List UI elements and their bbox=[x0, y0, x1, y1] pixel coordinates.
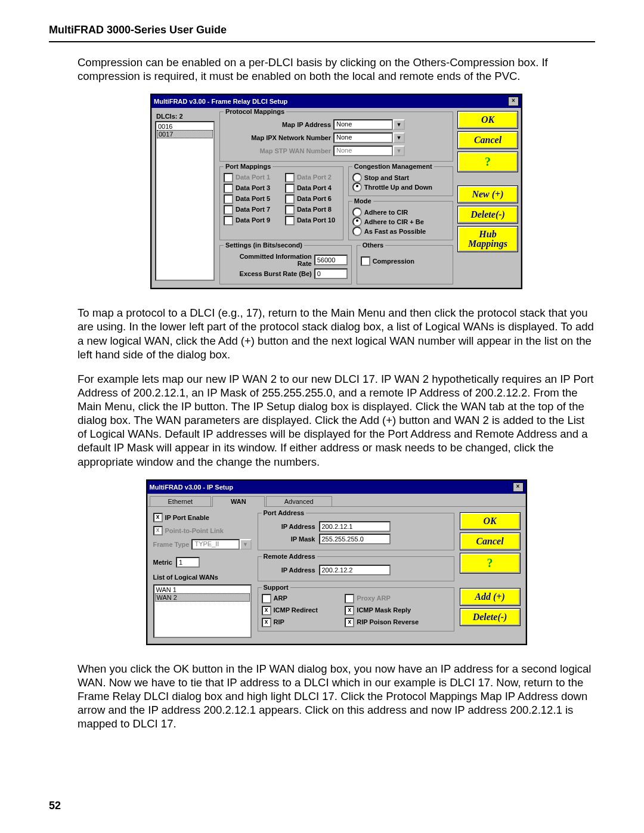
port-mappings-legend: Port Mappings bbox=[224, 163, 273, 170]
map-ipx-value: None bbox=[333, 132, 393, 143]
add-button[interactable]: Add (+) bbox=[460, 589, 520, 605]
doc-header-title: MultiFRAD 3000-Series User Guide bbox=[49, 24, 595, 36]
tab-wan[interactable]: WAN bbox=[212, 496, 265, 507]
data-port-1-checkbox bbox=[224, 173, 233, 182]
help-button[interactable]: ? bbox=[458, 152, 518, 172]
dlci-listbox[interactable]: 0016 0017 bbox=[155, 121, 215, 281]
new-button[interactable]: New (+) bbox=[458, 186, 518, 203]
throttle-radio[interactable] bbox=[352, 182, 362, 192]
remote-ip-label: IP Address bbox=[262, 566, 315, 574]
proxy-arp-checkbox bbox=[345, 594, 354, 603]
metric-input[interactable] bbox=[176, 557, 200, 568]
others-group: Others Compression bbox=[357, 245, 453, 284]
map-stp-dropdown: None ▼ bbox=[333, 145, 405, 156]
proxy-arp-label: Proxy ARP bbox=[357, 594, 390, 602]
data-port-2-label: Data Port 2 bbox=[297, 174, 332, 181]
ip-port-enable-checkbox[interactable] bbox=[153, 513, 163, 522]
help-button[interactable]: ? bbox=[460, 553, 520, 573]
settings-group: Settings (in Bits/second) Committed Info… bbox=[219, 245, 352, 284]
map-ip-dropdown[interactable]: None ▼ bbox=[333, 119, 405, 130]
data-port-4-label: Data Port 4 bbox=[297, 184, 332, 191]
support-legend: Support bbox=[262, 584, 290, 591]
map-ipx-dropdown[interactable]: None ▼ bbox=[333, 132, 405, 143]
dlci-item-0016[interactable]: 0016 bbox=[157, 123, 213, 130]
port-mappings-group: Port Mappings Data Port 1 Data Port 2 Da… bbox=[219, 166, 343, 240]
ip-setup-tabs: Ethernet WAN Advanced bbox=[147, 494, 526, 507]
chevron-down-icon[interactable]: ▼ bbox=[393, 119, 405, 130]
close-icon[interactable]: × bbox=[513, 482, 524, 492]
ip-setup-dialog: MultiFRAD v3.00 - IP Setup × Ethernet WA… bbox=[146, 479, 527, 645]
chevron-down-icon: ▼ bbox=[240, 539, 252, 550]
delete-button[interactable]: Delete(-) bbox=[460, 609, 520, 625]
ip-mask-input[interactable] bbox=[319, 534, 391, 544]
ok-button[interactable]: OK bbox=[460, 513, 520, 529]
data-port-6-checkbox[interactable] bbox=[285, 194, 295, 204]
cir-input[interactable] bbox=[314, 255, 348, 265]
stop-start-label: Stop and Start bbox=[364, 174, 409, 181]
be-input[interactable] bbox=[314, 268, 348, 279]
paragraph-3: For example lets map our new IP WAN 2 to… bbox=[78, 372, 595, 469]
compression-checkbox[interactable] bbox=[361, 256, 370, 266]
congestion-legend: Congestion Management bbox=[352, 163, 434, 170]
hub-mappings-button[interactable]: Hub Mappings bbox=[458, 227, 518, 252]
icmp-mask-checkbox[interactable] bbox=[345, 606, 354, 615]
data-port-3-label: Data Port 3 bbox=[236, 184, 270, 191]
p2p-checkbox bbox=[153, 526, 163, 535]
map-ip-value: None bbox=[333, 119, 393, 130]
data-port-2-checkbox bbox=[285, 173, 295, 182]
cancel-button[interactable]: Cancel bbox=[458, 132, 518, 148]
ok-button[interactable]: OK bbox=[458, 112, 518, 128]
fast-label: As Fast as Possible bbox=[364, 228, 426, 235]
icmp-redirect-checkbox[interactable] bbox=[262, 606, 271, 615]
port-ip-input[interactable] bbox=[319, 521, 391, 532]
data-port-6-label: Data Port 6 bbox=[297, 195, 332, 202]
cancel-button[interactable]: Cancel bbox=[460, 533, 520, 550]
wan-2-item[interactable]: WAN 2 bbox=[155, 593, 250, 602]
cir-field-label: Committed Information Rate bbox=[224, 253, 312, 267]
icmp-mask-label: ICMP Mask Reply bbox=[357, 606, 411, 614]
paragraph-4: When you click the OK button in the IP W… bbox=[78, 662, 595, 731]
map-stp-label: Map STP WAN Number bbox=[224, 147, 331, 154]
cir-label: Adhere to CIR bbox=[364, 209, 408, 216]
tab-ethernet[interactable]: Ethernet bbox=[150, 496, 212, 506]
arp-label: ARP bbox=[274, 594, 287, 602]
data-port-3-checkbox[interactable] bbox=[224, 184, 233, 193]
close-icon[interactable]: × bbox=[508, 97, 519, 106]
p2p-label: Point-to-Point Link bbox=[165, 527, 224, 534]
remote-ip-input[interactable] bbox=[319, 565, 391, 575]
cir-radio[interactable] bbox=[352, 208, 362, 217]
support-group: Support ARP Proxy ARP ICMP Redirect ICMP… bbox=[258, 587, 454, 631]
arp-checkbox[interactable] bbox=[262, 594, 271, 603]
logical-wans-list-label: List of Logical WANs bbox=[153, 574, 252, 581]
frame-type-label: Frame Type bbox=[153, 541, 190, 548]
compression-label: Compression bbox=[373, 258, 414, 265]
protocol-mappings-legend: Protocol Mappings bbox=[224, 108, 286, 115]
data-port-8-checkbox[interactable] bbox=[285, 205, 295, 215]
map-stp-value: None bbox=[333, 145, 393, 156]
chevron-down-icon[interactable]: ▼ bbox=[393, 132, 405, 143]
data-port-7-checkbox[interactable] bbox=[224, 205, 233, 215]
tab-advanced[interactable]: Advanced bbox=[266, 496, 332, 506]
data-port-9-checkbox[interactable] bbox=[224, 216, 233, 225]
rip-poison-checkbox[interactable] bbox=[345, 618, 354, 627]
others-legend: Others bbox=[361, 241, 385, 249]
data-port-4-checkbox[interactable] bbox=[285, 184, 295, 193]
data-port-5-label: Data Port 5 bbox=[236, 195, 270, 202]
congestion-group: Congestion Management Stop and Start Thr… bbox=[348, 166, 453, 196]
stop-start-radio[interactable] bbox=[352, 173, 362, 182]
delete-button[interactable]: Delete(-) bbox=[458, 206, 518, 223]
rip-label: RIP bbox=[274, 618, 284, 625]
logical-wans-listbox[interactable]: WAN 1 WAN 2 bbox=[153, 584, 252, 638]
cir-be-label: Adhere to CIR + Be bbox=[364, 218, 424, 225]
rip-poison-label: RIP Poison Reverse bbox=[357, 618, 419, 625]
rip-checkbox[interactable] bbox=[262, 618, 271, 627]
data-port-5-checkbox[interactable] bbox=[224, 194, 233, 204]
data-port-10-checkbox[interactable] bbox=[285, 216, 295, 225]
port-address-legend: Port Address bbox=[262, 509, 306, 516]
fast-radio[interactable] bbox=[352, 227, 362, 236]
dlci-item-0017[interactable]: 0017 bbox=[157, 130, 213, 138]
cir-be-radio[interactable] bbox=[352, 217, 362, 227]
wan-1-item[interactable]: WAN 1 bbox=[155, 586, 250, 593]
map-ip-label: Map IP Address bbox=[224, 121, 331, 128]
settings-legend: Settings (in Bits/second) bbox=[224, 241, 304, 249]
